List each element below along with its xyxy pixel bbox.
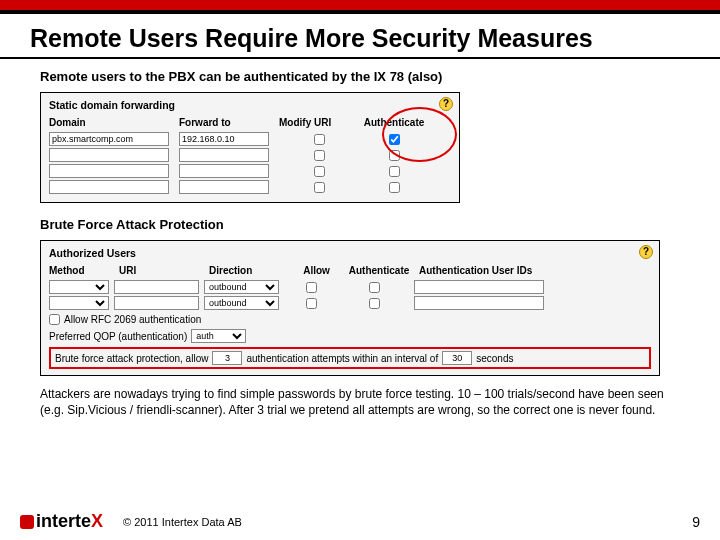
sdf-auth-3[interactable] bbox=[389, 182, 400, 193]
copyright: © 2011 Intertex Data AB bbox=[123, 516, 242, 528]
subtitle-auth: Remote users to the PBX can be authentic… bbox=[40, 69, 680, 84]
logo-icon bbox=[20, 515, 34, 529]
sdf-mod-3[interactable] bbox=[314, 182, 325, 193]
au-title: Authorized Users bbox=[49, 247, 651, 259]
bf-label-2: authentication attempts within an interv… bbox=[246, 353, 438, 364]
au-allow-0[interactable] bbox=[306, 282, 317, 293]
page-title: Remote Users Require More Security Measu… bbox=[0, 14, 720, 59]
rfc2069-checkbox[interactable] bbox=[49, 314, 60, 325]
au-dir-1[interactable]: outbound bbox=[204, 296, 279, 310]
au-uri-1[interactable] bbox=[114, 296, 199, 310]
sdf-title: Static domain forwarding bbox=[49, 99, 451, 111]
sdf-domain-1[interactable] bbox=[49, 148, 169, 162]
au-hdr-uri: URI bbox=[119, 265, 209, 276]
page-number: 9 bbox=[692, 514, 700, 530]
au-hdr-ids: Authentication User IDs bbox=[419, 265, 559, 276]
au-hdr-auth: Authenticate bbox=[339, 265, 419, 276]
sdf-auth-0[interactable] bbox=[389, 134, 400, 145]
sdf-hdr-modify: Modify URI bbox=[279, 117, 359, 128]
au-auth-1[interactable] bbox=[369, 298, 380, 309]
bf-interval-input[interactable] bbox=[442, 351, 472, 365]
au-hdr-method: Method bbox=[49, 265, 119, 276]
bf-attempts-input[interactable] bbox=[212, 351, 242, 365]
qop-select[interactable]: auth bbox=[191, 329, 246, 343]
sdf-auth-2[interactable] bbox=[389, 166, 400, 177]
sdf-domain-0[interactable] bbox=[49, 132, 169, 146]
top-red-bar bbox=[0, 0, 720, 10]
sdf-hdr-forward: Forward to bbox=[179, 117, 279, 128]
au-ids-0[interactable] bbox=[414, 280, 544, 294]
au-method-1[interactable] bbox=[49, 296, 109, 310]
bf-label-1: Brute force attack protection, allow bbox=[55, 353, 208, 364]
help-icon[interactable]: ? bbox=[439, 97, 453, 111]
sdf-hdr-auth: Authenticate bbox=[359, 117, 429, 128]
logo-x: X bbox=[91, 511, 103, 532]
au-auth-0[interactable] bbox=[369, 282, 380, 293]
au-dir-0[interactable]: outbound bbox=[204, 280, 279, 294]
authorized-users-panel: Authorized Users ? Method URI Direction … bbox=[40, 240, 660, 376]
sdf-mod-2[interactable] bbox=[314, 166, 325, 177]
sdf-fwd-1[interactable] bbox=[179, 148, 269, 162]
brute-force-row: Brute force attack protection, allow aut… bbox=[49, 347, 651, 369]
rfc2069-label: Allow RFC 2069 authentication bbox=[64, 314, 201, 325]
sdf-auth-1[interactable] bbox=[389, 150, 400, 161]
au-method-0[interactable] bbox=[49, 280, 109, 294]
au-hdr-dir: Direction bbox=[209, 265, 294, 276]
sdf-fwd-0[interactable] bbox=[179, 132, 269, 146]
logo-text: interte bbox=[36, 511, 91, 532]
bf-label-3: seconds bbox=[476, 353, 513, 364]
help-icon[interactable]: ? bbox=[639, 245, 653, 259]
sdf-mod-0[interactable] bbox=[314, 134, 325, 145]
au-uri-0[interactable] bbox=[114, 280, 199, 294]
sdf-fwd-2[interactable] bbox=[179, 164, 269, 178]
static-domain-panel: Static domain forwarding ? Domain Forwar… bbox=[40, 92, 460, 203]
body-text: Attackers are nowadays trying to find si… bbox=[40, 386, 680, 418]
sdf-fwd-3[interactable] bbox=[179, 180, 269, 194]
au-hdr-allow: Allow bbox=[294, 265, 339, 276]
sdf-domain-2[interactable] bbox=[49, 164, 169, 178]
au-allow-1[interactable] bbox=[306, 298, 317, 309]
au-ids-1[interactable] bbox=[414, 296, 544, 310]
sdf-hdr-domain: Domain bbox=[49, 117, 179, 128]
logo: interteX bbox=[20, 511, 103, 532]
subtitle-brute: Brute Force Attack Protection bbox=[40, 217, 680, 232]
qop-label: Preferred QOP (authentication) bbox=[49, 331, 187, 342]
sdf-domain-3[interactable] bbox=[49, 180, 169, 194]
sdf-mod-1[interactable] bbox=[314, 150, 325, 161]
